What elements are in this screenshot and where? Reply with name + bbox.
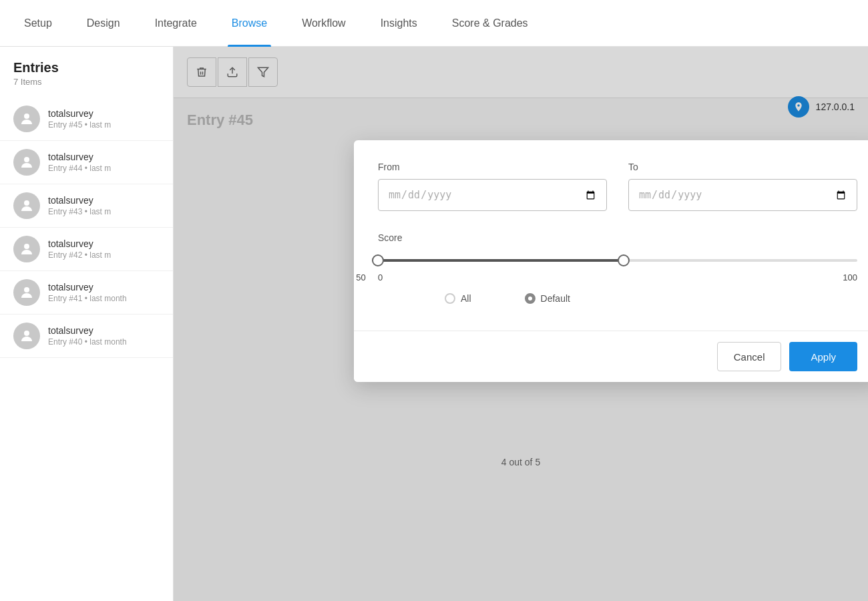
slider-labels: 0 50 100 bbox=[378, 272, 857, 282]
from-group: From bbox=[378, 162, 607, 211]
slider-label-max: 100 bbox=[843, 272, 857, 282]
from-label: From bbox=[378, 162, 607, 172]
score-slider[interactable] bbox=[378, 254, 857, 267]
avatar bbox=[13, 149, 40, 176]
radio-row: All Default bbox=[378, 282, 857, 304]
slider-thumb-right[interactable] bbox=[618, 254, 630, 266]
svg-point-3 bbox=[24, 244, 29, 249]
score-label: Score bbox=[378, 232, 857, 243]
list-item[interactable]: totalsurvey Entry #41 • last month bbox=[0, 271, 173, 315]
entry-info: totalsurvey Entry #43 • last m bbox=[48, 195, 111, 216]
list-item[interactable]: totalsurvey Entry #45 • last m bbox=[0, 97, 173, 141]
nav-setup[interactable]: Setup bbox=[20, 0, 56, 47]
entry-info: totalsurvey Entry #41 • last month bbox=[48, 282, 127, 303]
top-nav: Setup Design Integrate Browse Workflow I… bbox=[0, 0, 868, 47]
nav-insights[interactable]: Insights bbox=[377, 0, 421, 47]
svg-point-4 bbox=[24, 287, 29, 292]
svg-point-5 bbox=[24, 331, 29, 336]
date-filter-row: From To bbox=[378, 162, 857, 211]
nav-score-grades[interactable]: Score & Grades bbox=[448, 0, 532, 47]
entry-name: totalsurvey bbox=[48, 325, 127, 336]
radio-default[interactable]: Default bbox=[525, 293, 570, 304]
nav-design[interactable]: Design bbox=[83, 0, 124, 47]
modal-body: From To Score bbox=[354, 140, 868, 331]
entry-meta: Entry #42 • last m bbox=[48, 250, 111, 260]
modal-footer: Cancel Apply bbox=[354, 331, 868, 382]
score-section: Score 0 50 100 bbox=[378, 232, 857, 304]
entry-meta: Entry #40 • last month bbox=[48, 337, 127, 347]
radio-all-label: All bbox=[461, 293, 471, 304]
sidebar-header: Entries 7 Items bbox=[0, 60, 173, 97]
sidebar: Entries 7 Items totalsurvey Entry #45 • … bbox=[0, 47, 174, 601]
entry-name: totalsurvey bbox=[48, 152, 111, 162]
to-date-input[interactable] bbox=[628, 179, 857, 211]
svg-point-2 bbox=[24, 200, 29, 206]
entry-info: totalsurvey Entry #42 • last m bbox=[48, 238, 111, 260]
svg-point-1 bbox=[24, 157, 29, 162]
list-item[interactable]: totalsurvey Entry #43 • last m bbox=[0, 184, 173, 228]
cancel-button[interactable]: Cancel bbox=[717, 342, 782, 371]
avatar bbox=[13, 192, 40, 219]
avatar bbox=[13, 106, 40, 132]
entry-meta: Entry #43 • last m bbox=[48, 207, 111, 216]
list-item[interactable]: totalsurvey Entry #40 • last month bbox=[0, 315, 173, 358]
entry-name: totalsurvey bbox=[48, 195, 111, 206]
svg-point-0 bbox=[24, 114, 29, 119]
radio-default-dot bbox=[525, 293, 535, 304]
from-date-field[interactable] bbox=[388, 188, 597, 202]
nav-browse[interactable]: Browse bbox=[228, 0, 271, 47]
radio-all-dot bbox=[445, 293, 455, 304]
filter-modal: From To Score bbox=[354, 140, 868, 382]
avatar bbox=[13, 279, 40, 306]
entry-info: totalsurvey Entry #40 • last month bbox=[48, 325, 127, 347]
entry-name: totalsurvey bbox=[48, 108, 111, 119]
main-area: Entries 7 Items totalsurvey Entry #45 • … bbox=[0, 47, 868, 601]
slider-label-mid: 50 bbox=[356, 272, 365, 282]
sidebar-title: Entries bbox=[13, 60, 160, 75]
entry-info: totalsurvey Entry #44 • last m bbox=[48, 152, 111, 173]
to-date-field[interactable] bbox=[638, 188, 847, 202]
apply-button[interactable]: Apply bbox=[789, 342, 857, 371]
entry-meta: Entry #44 • last m bbox=[48, 164, 111, 173]
slider-label-min: 0 bbox=[378, 272, 383, 282]
nav-integrate[interactable]: Integrate bbox=[151, 0, 201, 47]
from-date-input[interactable] bbox=[378, 179, 607, 211]
entry-meta: Entry #41 • last month bbox=[48, 294, 127, 303]
entry-name: totalsurvey bbox=[48, 238, 111, 249]
sidebar-subtitle: 7 Items bbox=[13, 77, 160, 87]
to-label: To bbox=[628, 162, 857, 172]
entry-name: totalsurvey bbox=[48, 282, 127, 292]
avatar bbox=[13, 236, 40, 262]
avatar bbox=[13, 323, 40, 349]
slider-fill bbox=[378, 259, 624, 262]
radio-default-label: Default bbox=[541, 293, 570, 304]
entry-meta: Entry #45 • last m bbox=[48, 120, 111, 130]
to-group: To bbox=[628, 162, 857, 211]
list-item[interactable]: totalsurvey Entry #42 • last m bbox=[0, 228, 173, 271]
radio-all[interactable]: All bbox=[445, 293, 471, 304]
entry-info: totalsurvey Entry #45 • last m bbox=[48, 108, 111, 130]
nav-workflow[interactable]: Workflow bbox=[298, 0, 350, 47]
list-item[interactable]: totalsurvey Entry #44 • last m bbox=[0, 141, 173, 184]
slider-thumb-left[interactable] bbox=[372, 254, 384, 266]
content-area: Entry #45 127.0.0.1 4 out of 5 From bbox=[174, 47, 868, 601]
